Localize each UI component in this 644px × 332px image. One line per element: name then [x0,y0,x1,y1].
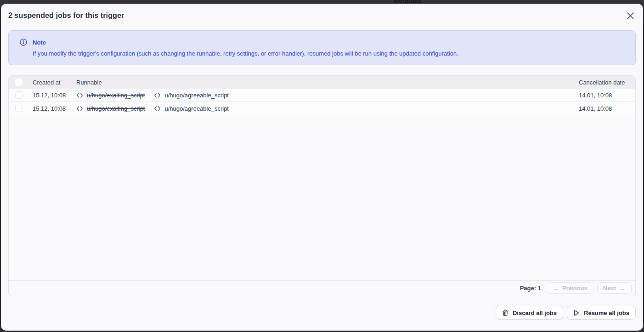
modal-title: 2 suspended jobs for this trigger [8,11,124,20]
modal-header: 2 suspended jobs for this trigger [1,4,643,28]
discard-all-jobs-label: Discard all jobs [513,309,557,316]
column-header-runnable: Runnable [76,79,579,86]
arrow-left-icon: ← [553,285,559,292]
select-all-checkbox[interactable] [15,79,23,86]
previous-page-label: Previous [562,285,588,292]
row-checkbox[interactable] [15,105,23,112]
pagination-bar: Page: 1 ← Previous Next → [9,280,635,296]
suspended-jobs-modal: 2 suspended jobs for this trigger Note I… [1,4,643,331]
resume-all-jobs-label: Resume all jobs [584,309,629,316]
info-icon [20,39,27,46]
close-icon [627,12,634,20]
runnable-cell: u/hugo/exalting_script u/hugo/agreeable_… [76,92,579,99]
code-icon [76,92,83,99]
suspended-jobs-table: Created at Runnable Cancellation date 15… [8,75,636,296]
table-header-row: Created at Runnable Cancellation date [9,76,635,89]
close-button[interactable] [625,10,636,21]
code-icon [154,105,161,112]
previous-runnable-path: u/hugo/exalting_script [87,92,145,99]
modal-actions: Discard all jobs Resume all jobs [1,296,643,320]
cancellation-date-cell: 14.01, 10:08 [579,105,635,112]
previous-runnable-path: u/hugo/exalting_script [87,105,145,112]
page-indicator: Page: 1 [520,285,541,292]
note-body: If you modify the trigger's configuratio… [20,50,624,57]
current-runnable-path: u/hugo/agreeable_script [164,92,229,99]
code-icon [76,105,83,112]
trash-icon [502,309,508,316]
created-at-cell: 15.12, 10:08 [33,105,76,112]
play-icon [573,309,580,316]
table-row[interactable]: 15.12, 10:08 u/hugo/exalting_script u/hu… [9,89,635,102]
next-page-label: Next [603,285,616,292]
next-page-button[interactable]: Next → [597,282,632,294]
resume-all-jobs-button[interactable]: Resume all jobs [567,306,636,320]
cancellation-date-cell: 14.01, 10:08 [579,92,635,99]
table-row[interactable]: 15.12, 10:08 u/hugo/exalting_script u/hu… [9,102,635,115]
row-checkbox[interactable] [15,91,23,99]
arrow-right-icon: → [619,285,626,292]
column-header-cancellation-date: Cancellation date [579,79,635,86]
created-at-cell: 15.12, 10:08 [33,92,76,99]
code-icon [154,92,161,99]
previous-page-button[interactable]: ← Previous [547,282,593,294]
column-header-created-at: Created at [33,79,76,86]
runnable-cell: u/hugo/exalting_script u/hugo/agreeable_… [76,105,579,112]
table-empty-area [9,115,635,280]
current-runnable-path: u/hugo/agreeable_script [164,105,229,112]
note-banner: Note If you modify the trigger's configu… [8,30,636,65]
note-title: Note [33,39,46,46]
discard-all-jobs-button[interactable]: Discard all jobs [496,306,563,320]
